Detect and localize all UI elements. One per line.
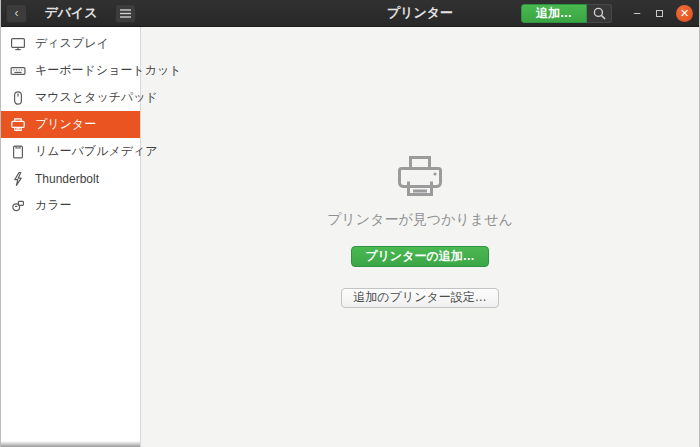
headerbar-sidebar-section: ‹ デバイス — [1, 0, 141, 26]
close-button[interactable]: ✕ — [676, 5, 693, 22]
sidebar-item-removable-media[interactable]: リムーバブルメディア — [1, 138, 140, 165]
removable-media-icon — [10, 144, 26, 160]
search-button[interactable] — [587, 4, 612, 23]
page-title: プリンター — [141, 4, 699, 22]
printer-icon — [10, 117, 26, 133]
printers-panel: プリンターが見つかりません プリンターの追加… 追加のプリンター設定… — [141, 27, 699, 447]
hamburger-icon — [120, 9, 131, 18]
sidebar-item-label: カラー — [35, 197, 72, 214]
sidebar-item-label: マウスとタッチパッド — [35, 89, 158, 106]
search-icon — [593, 7, 606, 20]
back-chevron-icon: ‹ — [15, 7, 19, 19]
keyboard-icon — [10, 63, 26, 79]
sidebar-item-color[interactable]: カラー — [1, 192, 140, 219]
additional-printer-settings-button[interactable]: 追加のプリンター設定… — [341, 288, 498, 308]
menu-button[interactable] — [115, 4, 136, 23]
sidebar-title: デバイス — [27, 4, 115, 22]
headerbar-main-section: プリンター 追加… − ✕ — [141, 0, 699, 26]
window-controls: − ✕ — [626, 5, 693, 22]
sidebar-item-displays[interactable]: ディスプレイ — [1, 30, 140, 57]
maximize-button[interactable] — [648, 10, 670, 17]
sidebar-item-label: プリンター — [35, 116, 96, 133]
empty-state: プリンターが見つかりません プリンターの追加… 追加のプリンター設定… — [327, 153, 513, 308]
headerbar: ‹ デバイス プリンター 追加… − ✕ — [1, 0, 699, 27]
window-body: ディスプレイ キーボードショートカット マウスとタッチパッド プリンター — [1, 27, 699, 447]
sidebar-item-label: Thunderbolt — [35, 172, 99, 186]
sidebar-item-label: リムーバブルメディア — [35, 143, 158, 160]
color-icon — [10, 198, 26, 214]
add-printer-button[interactable]: プリンターの追加… — [351, 246, 488, 267]
sidebar-item-label: キーボードショートカット — [35, 62, 182, 79]
minimize-button[interactable]: − — [626, 6, 648, 21]
sidebar: ディスプレイ キーボードショートカット マウスとタッチパッド プリンター — [1, 27, 141, 447]
mouse-icon — [10, 90, 26, 106]
thunderbolt-icon — [10, 171, 26, 187]
sidebar-item-thunderbolt[interactable]: Thunderbolt — [1, 165, 140, 192]
sidebar-item-mouse-touchpad[interactable]: マウスとタッチパッド — [1, 84, 140, 111]
display-icon — [10, 36, 26, 52]
back-button[interactable]: ‹ — [6, 4, 27, 23]
gnome-settings-window: ‹ デバイス プリンター 追加… − ✕ — [0, 0, 700, 447]
printer-large-icon — [395, 153, 445, 201]
sidebar-item-keyboard-shortcuts[interactable]: キーボードショートカット — [1, 57, 140, 84]
add-printer-header-button[interactable]: 追加… — [521, 4, 587, 23]
sidebar-item-printers[interactable]: プリンター — [1, 111, 140, 138]
close-icon: ✕ — [680, 7, 689, 19]
empty-state-title: プリンターが見つかりません — [327, 211, 513, 229]
maximize-icon — [656, 10, 663, 17]
sidebar-item-label: ディスプレイ — [35, 35, 109, 52]
